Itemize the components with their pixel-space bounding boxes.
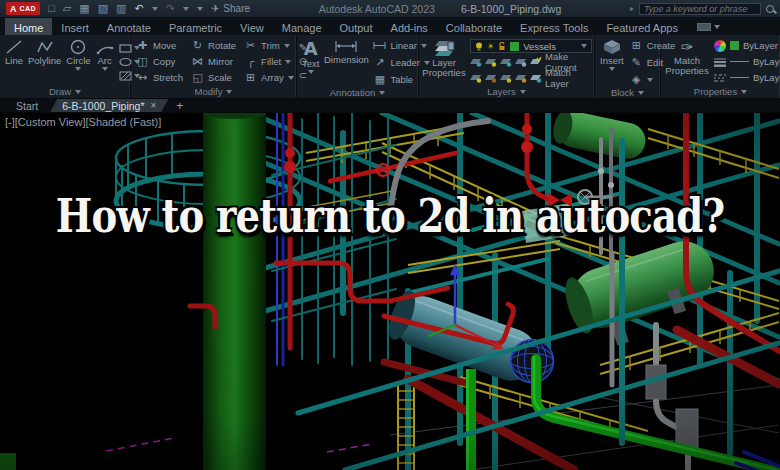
lineweight-dropdown[interactable]: ByLayer (714, 55, 780, 69)
redo-dropdown-icon[interactable] (183, 7, 189, 11)
tool-polyline[interactable]: Polyline (28, 38, 61, 85)
linetype-dropdown[interactable]: ByLayer (714, 71, 780, 85)
tool-label: Layer Properties (422, 58, 465, 78)
linear-icon (373, 41, 386, 50)
panel-draw: Line Polyline Circle Arc Draw (0, 35, 131, 98)
tool-fillet[interactable]: ╭Fillet (244, 54, 294, 69)
save-as-icon[interactable]: ▧ (98, 3, 108, 14)
tab-parametric[interactable]: Parametric (160, 18, 231, 35)
hatch-icon (119, 71, 132, 81)
new-drawing-tab-button[interactable]: + (168, 99, 191, 112)
search-icon[interactable] (766, 5, 774, 13)
new-file-icon[interactable]: □ (48, 3, 55, 14)
fillet-icon: ╭ (244, 55, 257, 68)
match-properties-button[interactable]: ✑ Match Properties (666, 38, 708, 85)
tab-add-ins[interactable]: Add-ins (382, 18, 437, 35)
chevron-down-icon[interactable] (75, 67, 81, 71)
mirror-icon: ⋈ (191, 55, 204, 68)
tool-scale[interactable]: ◱Scale (191, 70, 236, 85)
panel-label-draw[interactable]: Draw (0, 85, 130, 98)
chevron-down-icon (284, 44, 290, 48)
layer-unlock-all-tool[interactable] (515, 73, 527, 83)
chevron-down-icon (75, 90, 81, 94)
tool-text[interactable]: A Text (302, 38, 319, 87)
file-tab-document[interactable]: 6-B-1000_Piping*× (50, 99, 168, 112)
layer-lock-tool[interactable] (515, 57, 527, 67)
stretch-icon: ↔ (136, 71, 149, 84)
ribbon-display-toggle[interactable] (697, 18, 720, 35)
tool-line[interactable]: Line (5, 38, 23, 85)
layer-isolate-tool[interactable] (485, 57, 497, 67)
close-icon[interactable]: × (151, 100, 157, 111)
tab-express-tools[interactable]: Express Tools (511, 18, 597, 35)
plot-icon[interactable]: ▥ (116, 3, 126, 14)
object-color-dropdown[interactable]: ByLayer (714, 39, 780, 53)
tool-label: Circle (66, 56, 90, 66)
tab-home[interactable]: Home (5, 18, 52, 35)
window-title: Autodesk AutoCAD 2023 6-B-1000_Piping.dw… (319, 3, 562, 15)
share-icon: ✈ (211, 4, 219, 14)
polyline-icon (36, 39, 54, 55)
panel-label-annotation[interactable]: Annotation (297, 87, 418, 98)
tab-annotate[interactable]: Annotate (98, 18, 160, 35)
search-expand-icon[interactable]: ▸ (630, 4, 634, 13)
match-properties-icon: ✑ (681, 39, 694, 55)
layer-properties-button[interactable]: Layer Properties (424, 38, 464, 85)
tool-array[interactable]: ⊞Array (244, 70, 294, 85)
open-file-icon[interactable]: ▱ (63, 3, 71, 14)
undo-dropdown-icon[interactable] (152, 7, 158, 11)
search-input[interactable] (639, 3, 761, 15)
drawing-viewport[interactable]: [-][Custom View][Shaded (Fast)] How to r… (0, 113, 780, 470)
panel-label-block[interactable]: Block (595, 87, 660, 98)
save-icon[interactable]: ▦ (79, 3, 89, 14)
layer-off-tool[interactable] (470, 57, 482, 67)
layer-thaw-all-tool[interactable] (500, 73, 512, 83)
array-icon: ⊞ (244, 71, 257, 84)
tool-dimension[interactable]: Dimension (324, 38, 368, 87)
redo-icon[interactable]: ↷ (166, 3, 175, 14)
tab-collaborate[interactable]: Collaborate (437, 18, 511, 35)
tool-circle[interactable]: Circle (66, 38, 90, 85)
tool-label: Polyline (28, 56, 61, 66)
tool-stretch[interactable]: ↔Stretch (136, 70, 183, 85)
file-tab-start[interactable]: Start (4, 99, 50, 112)
panel-modify: ✚Move ◫Copy ↔Stretch ↻Rotate ⋈Mirror ◱Sc… (131, 35, 297, 98)
tool-mirror[interactable]: ⋈Mirror (191, 54, 236, 69)
chevron-down-icon[interactable] (102, 67, 108, 71)
tab-insert[interactable]: Insert (52, 18, 98, 35)
panel-annotation: A Text Dimension Linear ↗Leader ▦Table A… (297, 35, 419, 98)
qat-customize-icon[interactable] (197, 7, 203, 11)
layer-walk-tool[interactable] (485, 73, 497, 83)
tab-view[interactable]: View (231, 18, 273, 35)
tool-copy[interactable]: ◫Copy (136, 54, 183, 69)
match-layer-icon (530, 73, 542, 83)
copy-icon: ◫ (136, 55, 149, 68)
tab-manage[interactable]: Manage (273, 18, 331, 35)
tool-rotate[interactable]: ↻Rotate (191, 38, 236, 53)
leader-icon: ↗ (373, 56, 386, 69)
lineweight-icon (714, 57, 726, 67)
ellipse-icon (119, 57, 132, 67)
panel-label-layers[interactable]: Layers (419, 85, 594, 98)
tool-trim[interactable]: ✂Trim (244, 38, 294, 53)
share-button[interactable]: ✈Share (211, 4, 250, 14)
autocad-logo[interactable]: ACAD (6, 2, 40, 15)
tool-label: Arc (97, 56, 111, 66)
undo-icon[interactable]: ↶ (135, 3, 144, 14)
current-layer-name: Vessels (523, 41, 577, 52)
insert-block-button[interactable]: Insert (600, 38, 624, 87)
chevron-down-icon (581, 44, 587, 48)
layer-freeze-tool[interactable] (500, 57, 512, 67)
tool-arc[interactable]: Arc (96, 38, 114, 85)
layer-off-all-tool[interactable] (470, 73, 482, 83)
tab-output[interactable]: Output (331, 18, 382, 35)
tool-label: Insert (600, 56, 624, 66)
tab-featured-apps[interactable]: Featured Apps (597, 18, 687, 35)
viewport-controls[interactable]: [-][Custom View][Shaded (Fast)] (5, 116, 161, 128)
chevron-down-icon (285, 60, 291, 64)
panel-label-properties[interactable]: Properties (661, 85, 780, 98)
tool-move[interactable]: ✚Move (136, 38, 183, 53)
chevron-down-icon (308, 70, 314, 74)
panel-label-modify[interactable]: Modify (131, 85, 296, 98)
linetype-preview (730, 77, 749, 78)
